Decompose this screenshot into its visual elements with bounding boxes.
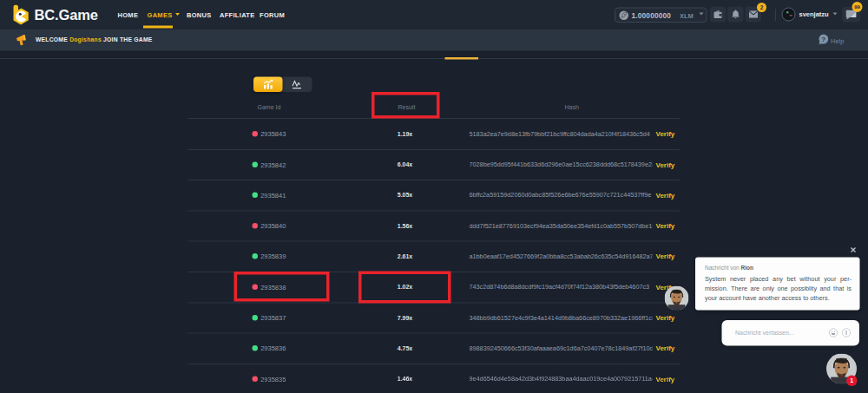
- svg-text:?: ?: [821, 36, 825, 43]
